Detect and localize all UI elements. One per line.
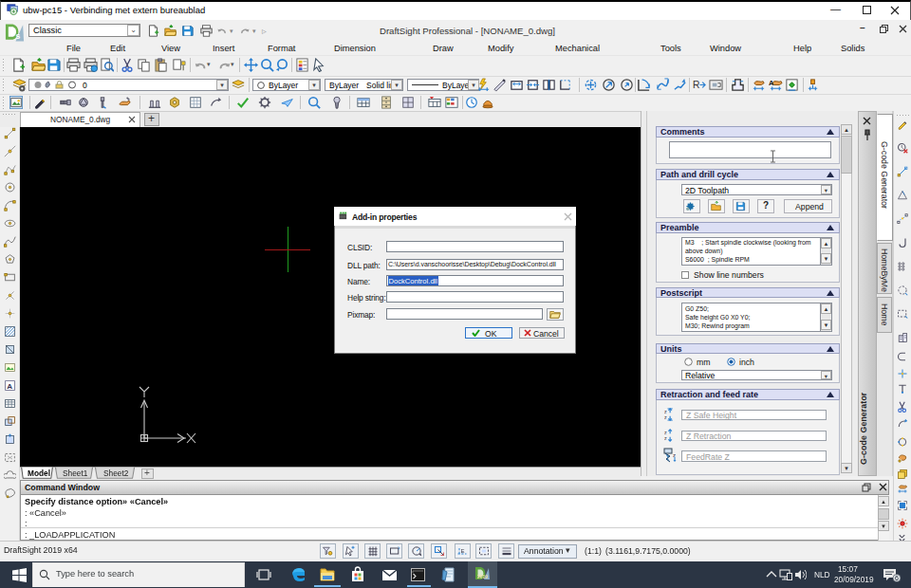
svg-text:z: z [664,414,667,420]
svg-text:E: E [461,548,465,554]
svg-text:z: z [664,409,667,414]
svg-text:z: z [664,430,667,435]
svg-text:R: R [692,80,698,90]
svg-text:s: s [15,31,20,41]
svg-text:z: z [664,435,667,441]
svg-text:2019: 2019 [477,574,488,579]
svg-text:A: A [7,382,12,391]
svg-text:A: A [769,79,774,87]
svg-text:6: 6 [895,575,899,581]
